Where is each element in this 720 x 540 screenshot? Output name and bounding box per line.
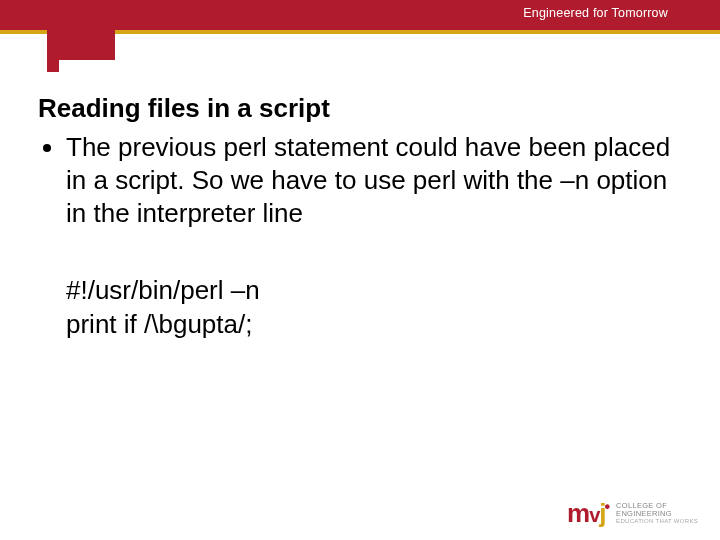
bullet-list: The previous perl statement could have b… (38, 131, 678, 231)
slide: Engineered for Tomorrow Reading files in… (0, 0, 720, 540)
logo-text: COLLEGE OF ENGINEERING EDUCATION THAT WO… (616, 502, 698, 524)
code-line: #!/usr/bin/perl –n (66, 274, 678, 308)
logo-mark: m v j • (567, 500, 610, 526)
content-block: Reading files in a script The previous p… (38, 92, 678, 342)
logo-letter-m: m (567, 500, 589, 526)
college-logo: m v j • COLLEGE OF ENGINEERING EDUCATION… (567, 500, 698, 526)
header-notch (47, 30, 115, 60)
code-line: print if /\bgupta/; (66, 308, 678, 342)
bullet-item: The previous perl statement could have b… (66, 131, 678, 231)
logo-letter-v: v (589, 505, 599, 525)
logo-dot-icon: • (604, 498, 609, 516)
code-block: #!/usr/bin/perl –n print if /\bgupta/; (38, 274, 678, 342)
tagline: Engineered for Tomorrow (523, 6, 668, 20)
logo-line2: ENGINEERING (616, 510, 698, 518)
header-notch-small (47, 60, 59, 72)
section-heading: Reading files in a script (38, 92, 678, 125)
header-bar: Engineered for Tomorrow (0, 0, 720, 30)
logo-line3: EDUCATION THAT WORKS (616, 518, 698, 524)
